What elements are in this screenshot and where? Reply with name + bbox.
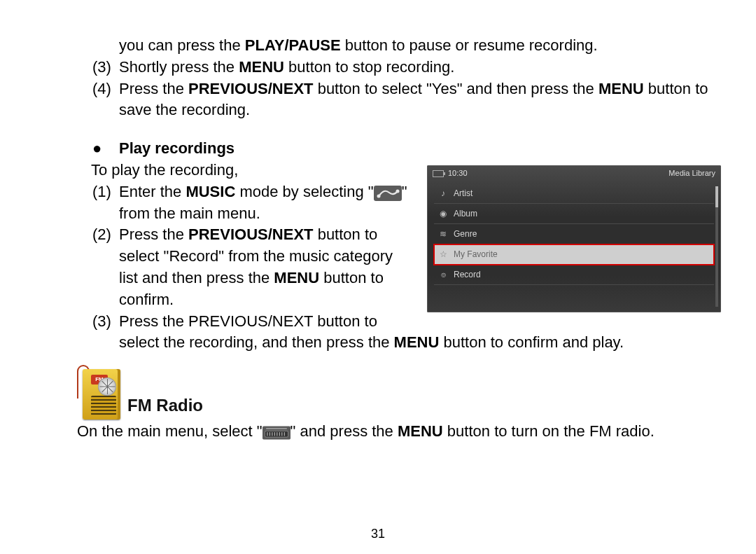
artist-icon: ♪: [438, 188, 448, 200]
text: button to confirm and play.: [439, 333, 624, 351]
button-name-prevnext: PREVIOUS/NEXT: [188, 226, 313, 243]
music-mode-icon: [374, 186, 402, 201]
row-label: Record: [454, 269, 481, 281]
list-row-genre: ≋ Genre: [434, 224, 714, 244]
paragraph-continuation: you can press the PLAY/PAUSE button to p…: [35, 35, 721, 57]
text: button to pause or resume recording.: [341, 36, 598, 54]
scrollbar: [715, 186, 718, 307]
text: button to stop recording.: [284, 58, 454, 76]
album-icon: ◉: [438, 208, 448, 220]
manual-page: you can press the PLAY/PAUSE button to p…: [0, 0, 756, 554]
svg-point-2: [396, 189, 399, 193]
heading-text: Play recordings: [119, 139, 234, 157]
text: Shortly press the: [119, 58, 239, 76]
play-item-3-wrap: select the recording, and then press the…: [35, 332, 721, 354]
screen-title: Media Library: [668, 168, 715, 179]
section-heading-fm-radio: FM Radio: [127, 394, 203, 420]
text: " and press the: [290, 422, 398, 440]
play-item-2: (2)Press the PREVIOUS/NEXT button to sel…: [35, 224, 414, 310]
favorite-icon: ☆: [438, 249, 448, 261]
battery-icon: [433, 170, 444, 177]
item-number: (3): [92, 311, 119, 333]
list-item-4: (4)Press the PREVIOUS/NEXT button to sel…: [35, 78, 721, 122]
list-item-3: (3)Shortly press the MENU button to stop…: [35, 57, 721, 78]
text: button to turn on the FM radio.: [443, 422, 654, 440]
play-item-3-start: (3)Press the PREVIOUS/NEXT button to: [35, 311, 414, 333]
fm-radio-icon: FM: [77, 365, 120, 420]
device-screenshot-media-library: 10:30 Media Library ♪ Artist ◉ Album ≋: [427, 165, 721, 312]
item-number: (3): [92, 57, 119, 78]
section-fm-radio: FM FM Radio: [35, 365, 721, 420]
item-number: (4): [92, 78, 119, 100]
text: On the main menu, select ": [77, 422, 262, 440]
genre-icon: ≋: [438, 228, 448, 240]
svg-point-1: [377, 194, 380, 198]
button-name-menu: MENU: [274, 269, 319, 286]
text: you can press the: [119, 36, 245, 54]
row-label: Album: [454, 208, 477, 220]
fm-instruction-line: On the main menu, select " " and press t…: [35, 421, 721, 443]
row-label: Artist: [454, 188, 472, 200]
list-row-album: ◉ Album: [434, 204, 714, 224]
intro-line: To play the recording,: [35, 160, 414, 181]
item-number: (1): [92, 181, 119, 203]
row-label: Genre: [454, 228, 477, 240]
status-time: 10:30: [448, 168, 468, 179]
bullet-icon: ●: [92, 138, 119, 160]
button-name-playpause: PLAY/PAUSE: [245, 36, 341, 54]
text: mode by selecting ": [235, 183, 373, 200]
record-icon: ⌾: [438, 269, 448, 281]
list-row-record: ⌾ Record: [434, 265, 714, 285]
media-library-list: ♪ Artist ◉ Album ≋ Genre ☆ My Favorite: [434, 183, 714, 285]
list-row-my-favorite: ☆ My Favorite: [434, 244, 714, 265]
text: button to select "Yes" and then press th…: [314, 80, 598, 97]
row-label: My Favorite: [454, 249, 498, 261]
button-name-menu: MENU: [239, 58, 284, 76]
text: select the recording, and then press the: [119, 333, 394, 351]
fm-mode-icon: [262, 425, 290, 441]
item-number: (2): [92, 224, 119, 246]
page-number: 31: [0, 527, 756, 541]
button-name-menu: MENU: [398, 422, 443, 440]
play-item-1: (1)Enter the MUSIC mode by selecting " "…: [35, 181, 414, 225]
mode-name-music: MUSIC: [186, 183, 235, 200]
text: Press the: [119, 226, 188, 243]
button-name-menu: MENU: [394, 333, 440, 351]
section-heading-play-recordings: ●Play recordings: [35, 138, 721, 160]
svg-rect-0: [374, 186, 402, 201]
list-row-artist: ♪ Artist: [434, 183, 714, 204]
text: Enter the: [119, 183, 186, 200]
button-name-menu: MENU: [598, 80, 644, 97]
button-name-prevnext: PREVIOUS/NEXT: [188, 80, 313, 97]
text: Press the: [119, 80, 188, 97]
